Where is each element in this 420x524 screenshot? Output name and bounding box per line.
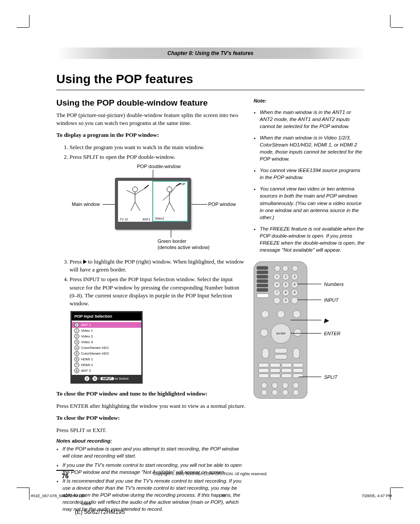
- svg-line-12: [165, 202, 169, 212]
- diag-label-border1: Green border: [158, 238, 186, 244]
- tv-main-window: ANT1 TV 12: [118, 181, 152, 222]
- pop-menu-item: 0ANT 1: [72, 322, 141, 328]
- batter-icon: [118, 181, 152, 215]
- remote-label-input: INPUT: [324, 297, 339, 304]
- pop-diagram: POP double-window Main window POP window: [63, 164, 239, 252]
- pop-menu-label: ANT 2: [81, 369, 91, 373]
- label-ant1: ANT1: [143, 218, 151, 221]
- pop-menu-item: 5ColorSteram HD2: [72, 351, 141, 356]
- step3-text-a: Press: [70, 258, 83, 265]
- remote-dpad: [271, 323, 291, 344]
- meta-datetime: 7/28/05, 4:47 PM: [361, 494, 392, 498]
- svg-line-6: [135, 202, 140, 210]
- label-pop-small: POP: [179, 183, 185, 186]
- pop-menu-label: ColorSteram HD2: [81, 352, 109, 355]
- steps-3-4: Press to highlight the POP (right) windo…: [63, 258, 246, 308]
- remote-body: 1 2 3 4 5 6 7 8 9 0: [254, 261, 307, 399]
- pop-menu-item: 1Video 1: [72, 328, 141, 333]
- title-rule: [56, 90, 365, 90]
- intro-text: The POP (picture-out-picture) double-win…: [56, 111, 246, 127]
- tv-shell: ANT1 TV 12: [115, 178, 191, 230]
- svg-line-2: [126, 190, 135, 194]
- step-1: Select the program you want to watch in …: [70, 143, 246, 151]
- right-note-item: You cannot view two video or two antenna…: [260, 185, 365, 220]
- pop-menu-item: 3Video 3: [72, 339, 141, 345]
- page-title: Using the POP features: [56, 72, 365, 86]
- pop-menu-header: POP Input Selection: [72, 312, 141, 321]
- svg-line-5: [131, 202, 135, 210]
- remote-label-numbers: Numbers: [324, 281, 344, 288]
- pop-menu-item: 8ANT 2: [72, 368, 141, 374]
- close-tune-heading: To close the POP window and tune to the …: [56, 390, 246, 398]
- svg-point-0: [133, 187, 138, 192]
- diag-label-main: Main window: [72, 202, 100, 207]
- step-2: Press SPLIT to open the POP double-windo…: [70, 153, 246, 161]
- svg-point-7: [167, 187, 172, 192]
- right-arrow-icon: [83, 260, 87, 264]
- step3-text-b: to highlight the POP (right) window. Whe…: [70, 258, 244, 273]
- step-3: Press to highlight the POP (right) windo…: [70, 258, 246, 274]
- pop-menu-label: Video 2: [81, 334, 93, 338]
- notes-recording-heading: Notes about recording:: [56, 438, 246, 443]
- diag-label-pop: POP window: [208, 202, 236, 207]
- subheading: Using the POP double-window feature: [56, 98, 246, 108]
- pop-menu-item: 6HDMI 1: [72, 356, 141, 362]
- right-note-item: When the main window is in the ANT1 or A…: [260, 109, 365, 130]
- svg-line-9: [162, 194, 169, 201]
- label-tv12: TV 12: [120, 218, 128, 221]
- golfer-icon: [153, 182, 188, 216]
- chapter-bar: Chapter 8: Using the TV's features: [56, 48, 365, 59]
- remote-diagram: 1 2 3 4 5 6 7 8 9 0: [254, 261, 365, 407]
- remote-label-right: ▶: [324, 316, 329, 325]
- pop-menu-item: 2Video 2: [72, 333, 141, 339]
- diag-label-border2: (denotes active window): [158, 245, 210, 250]
- note-rec-item: If the POP window is open and you attemp…: [63, 445, 246, 459]
- pop-menu-label: HDMI 2: [81, 363, 93, 367]
- pop-menu-item: 7HDMI 2: [72, 362, 141, 368]
- svg-line-13: [169, 202, 174, 212]
- pop-menu-label: Video 3: [81, 340, 93, 344]
- right-note-item: When the main window is in Video 1/2/3, …: [260, 134, 365, 162]
- close-pop-text: Press SPLIT or EXIT.: [56, 426, 246, 434]
- right-notes-list: When the main window is in the ANT1 or A…: [254, 109, 365, 254]
- step-4: Press INPUT to open the POP Input Select…: [70, 275, 246, 308]
- tv-pop-window: POP Video1: [152, 181, 188, 222]
- pop-menu-label: ANT 1: [81, 323, 91, 327]
- pop-menu-item: 4ColorSteram HD1: [72, 345, 141, 351]
- copyright-footer: Copyright © 2005 TOSHIBA CORPORATION. Al…: [56, 472, 365, 476]
- remote-label-split: SPLIT: [324, 374, 338, 381]
- svg-line-4: [144, 185, 149, 189]
- right-note-heading: Note:: [254, 98, 365, 103]
- diag-label-top: POP double-window: [137, 164, 181, 169]
- right-note-item: You cannot view IEEE1394 source programs…: [260, 167, 365, 181]
- meta-page: 76: [221, 494, 225, 498]
- pop-menu-label: Video 1: [81, 329, 93, 333]
- pop-input-selection-menu: POP Input Selection 0ANT 1 1Video 1 2Vid…: [70, 311, 143, 384]
- label-video1: Video1: [155, 217, 165, 220]
- meta-file: #01E_067-078_566272HM195: [31, 494, 85, 498]
- meta-line: #01E_067-078_566272HM195 76 7/28/05, 4:4…: [31, 494, 392, 498]
- right-note-item: The FREEZE feature is not available when…: [260, 225, 365, 253]
- pop-menu-label: ColorSteram HD1: [81, 346, 109, 350]
- meta-model: (E) 56/62/72HM195: [75, 509, 125, 515]
- close-pop-heading: To close the POP window:: [56, 414, 246, 422]
- pop-menu-label: HDMI 1: [81, 357, 93, 361]
- pop-menu-footer: 0 - 8 / INPUT to Select: [72, 375, 141, 382]
- close-tune-text: Press ENTER after highlighting the windo…: [56, 402, 246, 410]
- meta-black: Black: [81, 502, 91, 506]
- steps-1-2: Select the program you want to watch in …: [63, 143, 246, 161]
- remote-label-enter: ENTER: [324, 330, 340, 337]
- display-heading: To display a program in the POP window:: [56, 131, 246, 139]
